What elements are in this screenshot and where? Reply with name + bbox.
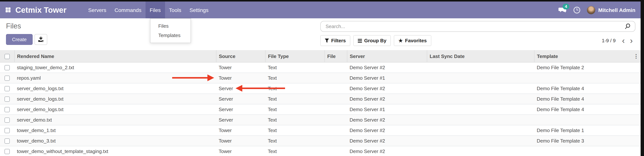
cell-file-type[interactable]: Text — [265, 62, 324, 73]
cell-last-sync-date[interactable] — [427, 62, 534, 73]
ellipsis-icon[interactable] — [634, 53, 639, 59]
create-button[interactable]: Create — [6, 34, 33, 45]
cell-source[interactable]: Tower — [216, 62, 265, 73]
nav-item-commands[interactable]: Commands — [110, 1, 146, 18]
chevron-right-icon[interactable] — [627, 37, 635, 44]
export-button[interactable] — [34, 34, 47, 45]
row-checkbox[interactable] — [4, 86, 10, 91]
cell-last-sync-date[interactable] — [427, 83, 534, 94]
magnifier-icon[interactable] — [624, 23, 631, 30]
cell-last-sync-date[interactable] — [427, 73, 534, 83]
cell-server[interactable]: Demo Server #2 — [347, 83, 427, 94]
cell-file-type[interactable]: Text — [265, 104, 324, 115]
cell-file[interactable] — [324, 83, 347, 94]
column-header-file-type[interactable]: File Type — [265, 50, 324, 62]
cell-rendered-name[interactable]: server_demo_logs.txt — [14, 94, 216, 104]
nav-item-settings[interactable]: Settings — [185, 1, 212, 18]
table-row[interactable]: tower_demo_3.txt Tower Text Demo Server … — [0, 136, 640, 146]
row-checkbox[interactable] — [4, 76, 10, 81]
cell-last-sync-date[interactable] — [427, 146, 534, 156]
cell-template[interactable]: Demo File Template 3 — [534, 136, 640, 146]
cell-rendered-name[interactable]: tower_demo_3.txt — [14, 136, 216, 146]
cell-file-type[interactable]: Text — [265, 136, 324, 146]
cell-template[interactable]: Demo File Template 4 — [534, 104, 640, 115]
cell-source[interactable]: Server — [216, 94, 265, 104]
table-row[interactable]: server_demo_logs.txt Server Text Demo Se… — [0, 83, 640, 94]
table-row[interactable]: server_demo_logs.txt Server Text Demo Se… — [0, 104, 640, 115]
cell-file-type[interactable]: Text — [265, 73, 324, 83]
row-checkbox[interactable] — [4, 149, 10, 154]
cell-source[interactable]: Tower — [216, 125, 265, 136]
cell-template[interactable] — [534, 115, 640, 125]
cell-file[interactable] — [324, 136, 347, 146]
cell-source[interactable]: Tower — [216, 73, 265, 83]
cell-file-type[interactable]: Text — [265, 94, 324, 104]
dropdown-item-templates[interactable]: Templates — [150, 31, 190, 40]
cell-last-sync-date[interactable] — [427, 115, 534, 125]
cell-template[interactable] — [534, 146, 640, 156]
cell-server[interactable]: Demo Server #2 — [347, 125, 427, 136]
cell-file[interactable] — [324, 146, 347, 156]
cell-last-sync-date[interactable] — [427, 104, 534, 115]
cell-file-type[interactable]: Text — [265, 146, 324, 156]
cell-last-sync-date[interactable] — [427, 125, 534, 136]
cell-rendered-name[interactable]: server_demo_logs.txt — [14, 83, 216, 94]
row-checkbox[interactable] — [4, 128, 10, 133]
cell-server[interactable]: Demo Server #2 — [347, 62, 427, 73]
table-row[interactable]: staging_tower_demo_2.txt Tower Text Demo… — [0, 62, 640, 73]
column-header-server[interactable]: Server — [347, 50, 427, 62]
column-header-template[interactable]: Template — [534, 50, 640, 62]
cell-file[interactable] — [324, 104, 347, 115]
cell-rendered-name[interactable]: server_demo_logs.txt — [14, 104, 216, 115]
cell-source[interactable]: Tower — [216, 136, 265, 146]
search-input[interactable] — [325, 23, 624, 30]
row-checkbox[interactable] — [4, 97, 10, 102]
favorites-button[interactable]: Favorites — [394, 35, 431, 46]
column-header-source[interactable]: Source — [216, 50, 265, 62]
messages-button[interactable]: 4 — [558, 6, 567, 14]
select-all-checkbox[interactable] — [4, 54, 10, 59]
chevron-left-icon[interactable] — [620, 37, 628, 44]
cell-template[interactable]: Demo File Template 4 — [534, 83, 640, 94]
cell-server[interactable]: Demo Server #2 — [347, 94, 427, 104]
table-row[interactable]: server_demo.txt Server Text Demo Server … — [0, 115, 640, 125]
cell-server[interactable]: Demo Server #2 — [347, 115, 427, 125]
column-header-rendered-name[interactable]: Rendered Name — [14, 50, 216, 62]
table-row[interactable]: tower_demo_without_template_staging.txt … — [0, 146, 640, 156]
cell-template[interactable]: Demo File Template 2 — [534, 62, 640, 73]
user-menu-button[interactable]: Mitchell Admin — [587, 6, 635, 14]
cell-template[interactable]: Demo File Template 1 — [534, 125, 640, 136]
cell-template[interactable]: Demo File Template 4 — [534, 94, 640, 104]
cell-file-type[interactable]: Text — [265, 115, 324, 125]
cell-file[interactable] — [324, 62, 347, 73]
cell-last-sync-date[interactable] — [427, 94, 534, 104]
cell-source[interactable]: Server — [216, 104, 265, 115]
row-checkbox[interactable] — [4, 139, 10, 144]
row-checkbox[interactable] — [4, 118, 10, 123]
table-row[interactable]: tower_demo_1.txt Tower Text Demo Server … — [0, 125, 640, 136]
cell-file[interactable] — [324, 73, 347, 83]
dropdown-item-files[interactable]: Files — [150, 21, 190, 31]
table-row[interactable]: server_demo_logs.txt Server Text Demo Se… — [0, 94, 640, 104]
cell-rendered-name[interactable]: server_demo.txt — [14, 115, 216, 125]
row-checkbox[interactable] — [4, 65, 10, 71]
cell-file[interactable] — [324, 125, 347, 136]
cell-file[interactable] — [324, 115, 347, 125]
nav-item-files[interactable]: Files — [146, 1, 165, 18]
cell-server[interactable]: Demo Server #2 — [347, 146, 427, 156]
cell-server[interactable]: Demo Server #1 — [347, 104, 427, 115]
cell-source[interactable]: Tower — [216, 146, 265, 156]
cell-server[interactable]: Demo Server #1 — [347, 73, 427, 83]
column-header-last-sync-date[interactable]: Last Sync Date — [427, 50, 534, 62]
cell-file[interactable] — [324, 94, 347, 104]
apps-menu-button[interactable] — [0, 1, 11, 18]
cell-rendered-name[interactable]: tower_demo_without_template_staging.txt — [14, 146, 216, 156]
activities-button[interactable] — [573, 6, 580, 14]
filters-button[interactable]: Filters — [320, 35, 350, 46]
cell-last-sync-date[interactable] — [427, 136, 534, 146]
cell-rendered-name[interactable]: staging_tower_demo_2.txt — [14, 62, 216, 73]
cell-template[interactable] — [534, 73, 640, 83]
table-row[interactable]: repos.yaml Tower Text Demo Server #1 — [0, 73, 640, 83]
cell-source[interactable]: Server — [216, 115, 265, 125]
nav-item-tools[interactable]: Tools — [165, 1, 185, 18]
